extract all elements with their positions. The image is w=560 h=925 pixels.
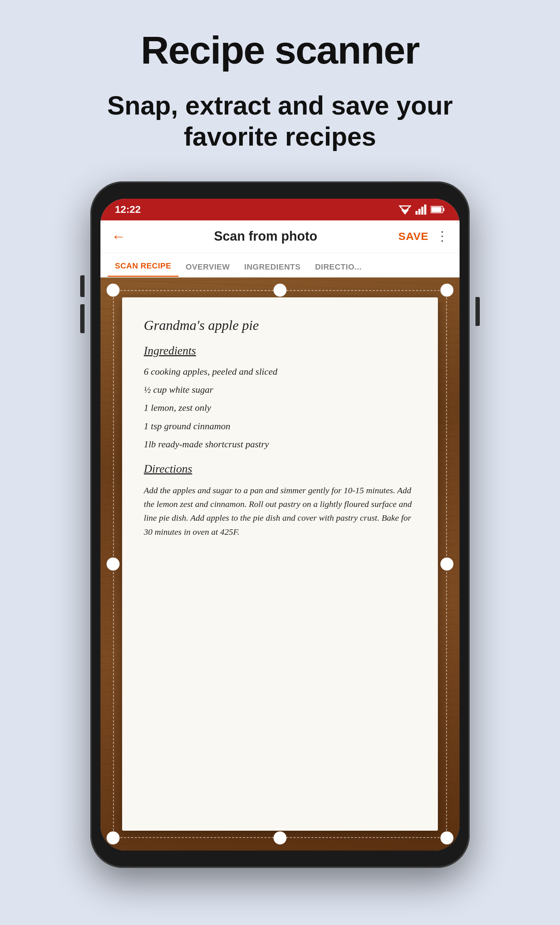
tab-scan-recipe[interactable]: SCAN RECIPE: [108, 261, 179, 277]
svg-rect-7: [443, 208, 444, 211]
status-bar: 12:22: [101, 199, 459, 220]
directions-text: Add the apples and sugar to a pan and si…: [144, 484, 416, 539]
status-time: 12:22: [115, 204, 141, 215]
tab-ingredients[interactable]: INGREDIENTS: [237, 262, 308, 277]
tab-directions[interactable]: DIRECTIO...: [308, 262, 369, 277]
tab-bar: SCAN RECIPE OVERVIEW INGREDIENTS DIRECTI…: [101, 253, 459, 277]
volume-up-button: [80, 275, 84, 297]
back-button[interactable]: ←: [111, 228, 126, 245]
more-options-button[interactable]: ⋮: [436, 229, 449, 244]
screen-content: 12:22: [101, 199, 459, 851]
power-button: [476, 297, 480, 326]
svg-rect-5: [424, 205, 426, 215]
tab-overview[interactable]: OVERVIEW: [179, 262, 237, 277]
signal-icon: [415, 205, 426, 215]
volume-down-button: [80, 304, 84, 333]
recipe-title: Grandma's apple pie: [144, 317, 416, 333]
save-button[interactable]: SAVE: [399, 230, 429, 243]
ingredients-heading: Ingredients: [144, 344, 416, 357]
app-bar: ← Scan from photo SAVE ⋮: [101, 220, 459, 253]
svg-rect-2: [415, 211, 418, 215]
svg-rect-8: [431, 207, 441, 212]
recipe-card: Grandma's apple pie Ingredients 6 cookin…: [122, 297, 438, 831]
page-title: Recipe scanner: [141, 29, 419, 72]
ingredient-1: 6 cooking apples, peeled and sliced: [144, 365, 416, 378]
phone-shell: 12:22: [90, 181, 470, 868]
ingredient-2: ½ cup white sugar: [144, 383, 416, 396]
phone-mockup: 12:22: [90, 181, 470, 868]
ingredient-4: 1 tsp ground cinnamon: [144, 420, 416, 433]
scan-area: Grandma's apple pie Ingredients 6 cookin…: [101, 277, 459, 851]
wifi-icon: [399, 205, 411, 215]
phone-screen: 12:22: [101, 199, 459, 851]
ingredient-3: 1 lemon, zest only: [144, 401, 416, 414]
ingredient-5: 1lb ready-made shortcrust pastry: [144, 438, 416, 451]
page-subtitle: Snap, extract and save your favorite rec…: [81, 90, 479, 152]
svg-rect-4: [421, 207, 423, 215]
directions-heading: Directions: [144, 462, 416, 476]
app-bar-title: Scan from photo: [133, 229, 399, 244]
status-icons: [399, 205, 445, 215]
battery-icon: [431, 206, 445, 214]
svg-rect-3: [418, 209, 420, 215]
